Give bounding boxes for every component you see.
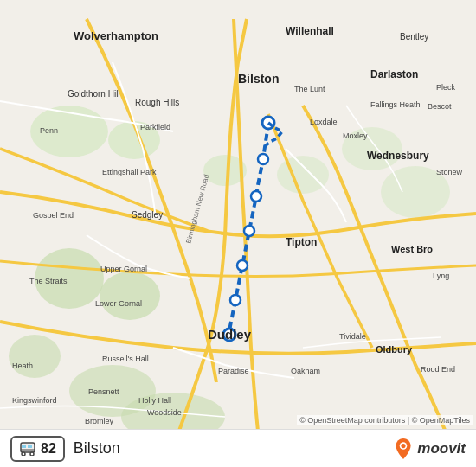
- route-info: 82 Bilston: [10, 436, 120, 462]
- svg-text:West Bro: West Bro: [391, 244, 433, 254]
- svg-text:Tividale: Tividale: [339, 332, 366, 341]
- svg-text:Lyng: Lyng: [433, 272, 449, 280]
- svg-text:Wednesbury: Wednesbury: [367, 150, 429, 162]
- svg-text:Bentley: Bentley: [400, 32, 428, 42]
- svg-text:Loxdale: Loxdale: [310, 118, 338, 126]
- svg-text:Oldbury: Oldbury: [376, 344, 413, 355]
- destination-text: Bilston: [74, 439, 120, 457]
- svg-text:The Lunt: The Lunt: [294, 85, 325, 93]
- route-badge: 82: [10, 436, 65, 462]
- svg-point-5: [100, 272, 160, 320]
- svg-text:Tipton: Tipton: [286, 236, 317, 248]
- svg-point-63: [22, 452, 25, 456]
- svg-text:Russell's Hall: Russell's Hall: [102, 355, 149, 363]
- svg-point-16: [237, 260, 248, 271]
- svg-rect-60: [22, 445, 26, 448]
- svg-text:Gospel End: Gospel End: [33, 211, 74, 220]
- svg-text:Fallings Heath: Fallings Heath: [370, 100, 421, 109]
- footer-bar: 82 Bilston moovit: [0, 429, 476, 467]
- map-attribution: © OpenStreetMap contributors | © OpenMap…: [297, 415, 473, 425]
- svg-text:Holly Hall: Holly Hall: [138, 396, 171, 405]
- svg-text:Wolverhampton: Wolverhampton: [74, 29, 158, 42]
- svg-text:Pleck: Pleck: [436, 83, 456, 92]
- svg-text:Sedgley: Sedgley: [132, 210, 163, 220]
- svg-text:Darlaston: Darlaston: [370, 68, 418, 80]
- svg-point-11: [9, 335, 61, 378]
- svg-text:Moxley: Moxley: [343, 131, 368, 140]
- bus-icon: [19, 440, 36, 457]
- svg-point-14: [251, 191, 261, 202]
- svg-text:Goldthorn Hill: Goldthorn Hill: [68, 89, 120, 99]
- svg-point-13: [258, 154, 268, 164]
- svg-point-66: [402, 444, 406, 448]
- svg-text:Woodside: Woodside: [147, 408, 182, 417]
- svg-text:Upper Gornal: Upper Gornal: [100, 265, 147, 273]
- route-number: 82: [41, 441, 56, 457]
- svg-text:Kingswinford: Kingswinford: [12, 396, 57, 405]
- svg-text:Rood End: Rood End: [421, 365, 455, 374]
- moovit-logo: moovit: [393, 438, 466, 459]
- svg-text:Paradise: Paradise: [218, 367, 249, 375]
- svg-point-15: [244, 226, 254, 236]
- svg-text:Parkfield: Parkfield: [140, 123, 170, 131]
- svg-text:Bromley: Bromley: [85, 417, 114, 425]
- svg-text:Willenhall: Willenhall: [286, 25, 334, 37]
- svg-text:Pensnett: Pensnett: [88, 387, 119, 396]
- svg-text:Dudley: Dudley: [208, 327, 252, 342]
- svg-text:Heath: Heath: [12, 361, 33, 370]
- svg-text:Ettingshall Park: Ettingshall Park: [102, 168, 157, 176]
- map-container: Wolverhampton Willenhall Bentley Goldtho…: [0, 0, 476, 467]
- svg-text:Bescot: Bescot: [428, 102, 452, 111]
- svg-rect-61: [28, 445, 32, 448]
- svg-text:Penn: Penn: [40, 126, 58, 135]
- svg-text:Rough Hills: Rough Hills: [135, 98, 179, 107]
- svg-point-8: [277, 156, 329, 194]
- svg-text:Lower Gornal: Lower Gornal: [95, 299, 142, 308]
- svg-point-64: [30, 452, 34, 456]
- svg-text:Stonew: Stonew: [436, 168, 463, 176]
- moovit-text: moovit: [417, 440, 466, 457]
- svg-point-17: [230, 295, 241, 305]
- svg-text:Oakham: Oakham: [291, 367, 320, 375]
- svg-text:Bilston: Bilston: [238, 72, 279, 86]
- svg-text:The Straits: The Straits: [29, 277, 68, 285]
